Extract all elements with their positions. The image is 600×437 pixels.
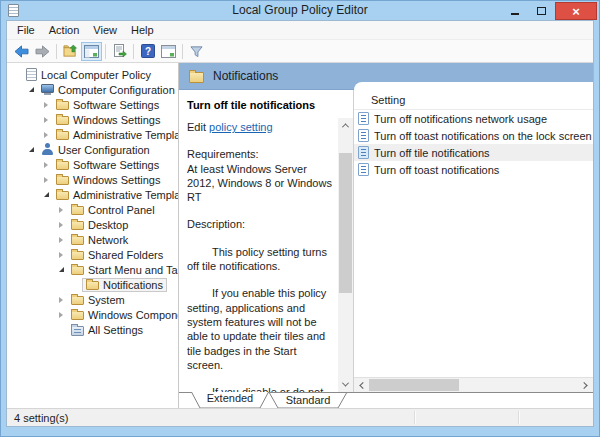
tree-item-administrative-templates[interactable]: Administrative Templates: [52, 188, 179, 202]
tree-item-start-menu-and-taskbar[interactable]: Start Menu and Taskbar: [67, 263, 179, 277]
collapse-arrow-icon[interactable]: [26, 147, 36, 152]
tree-item-administrative-templates[interactable]: Administrative Templates: [52, 128, 179, 142]
tree-item-system[interactable]: System: [67, 293, 129, 307]
description-paragraph: If you enable this policy setting, appli…: [187, 286, 333, 372]
tree-item-desktop[interactable]: Desktop: [67, 218, 132, 232]
tab-standard[interactable]: Standard: [269, 393, 347, 409]
folder-icon: [56, 101, 69, 110]
requirements-label: Requirements:: [187, 147, 333, 161]
folder-icon: [56, 116, 69, 125]
local-group-policy-editor-window: Local Group Policy Editor × FileActionVi…: [0, 0, 600, 437]
new-window-icon[interactable]: [158, 42, 179, 61]
tree-row: Start Menu and Taskbar: [7, 262, 178, 277]
setting-row-turn-off-tile-notifications[interactable]: Turn off tile notifications: [354, 144, 593, 161]
folder-icon: [71, 221, 84, 230]
tree-row: Local Computer Policy: [7, 67, 178, 82]
list-horizontal-scrollbar[interactable]: [354, 377, 593, 392]
expand-arrow-icon[interactable]: [41, 132, 51, 138]
close-button[interactable]: ×: [555, 2, 597, 20]
policy-description-text: Edit policy setting Requirements: At lea…: [179, 118, 338, 392]
tab-extended[interactable]: Extended: [191, 392, 269, 409]
tree-item-windows-settings[interactable]: Windows Settings: [52, 173, 164, 187]
expand-arrow-icon[interactable]: [56, 222, 66, 228]
tree-row: Software Settings: [7, 97, 178, 112]
details-pane: Notifications Turn off tile notification…: [179, 63, 593, 408]
tree-item-computer-configuration[interactable]: Computer Configuration: [37, 83, 179, 97]
expand-arrow-icon[interactable]: [56, 312, 66, 318]
scroll-up-button[interactable]: [338, 118, 353, 133]
tree-item-label: Shared Folders: [88, 249, 163, 261]
back-arrow-icon[interactable]: [11, 42, 32, 61]
menu-help[interactable]: Help: [124, 22, 161, 38]
tree-item-network[interactable]: Network: [67, 233, 132, 247]
expand-arrow-icon[interactable]: [41, 177, 51, 183]
collapse-arrow-icon[interactable]: [41, 192, 51, 197]
scroll-down-button[interactable]: [338, 377, 353, 392]
expand-arrow-icon[interactable]: [56, 207, 66, 213]
setting-row-turn-off-toast-notifications-on-the-lock-screen[interactable]: Turn off toast notifications on the lock…: [354, 127, 593, 144]
tree-item-control-panel[interactable]: Control Panel: [67, 203, 159, 217]
expand-arrow-icon[interactable]: [56, 237, 66, 243]
filter-icon[interactable]: [186, 42, 207, 61]
extended-description-panel: Turn off tile notifications Edit policy …: [179, 90, 354, 392]
tree-item-label: Start Menu and Taskbar: [88, 264, 179, 276]
titlebar[interactable]: Local Group Policy Editor ×: [1, 1, 599, 20]
collapse-arrow-icon[interactable]: [26, 87, 36, 92]
edit-policy-setting-link[interactable]: policy setting: [209, 121, 273, 133]
tree-item-windows-settings[interactable]: Windows Settings: [52, 113, 164, 127]
minimize-button[interactable]: [501, 2, 528, 20]
scrollbar-thumb[interactable]: [369, 379, 459, 391]
tree-item-label: Notifications: [103, 279, 163, 291]
tree-item-notifications[interactable]: Notifications: [82, 278, 167, 292]
list-rounded-cap: [354, 82, 593, 90]
toolbar-separator: [105, 44, 106, 59]
tree-item-all-settings[interactable]: All Settings: [67, 323, 147, 337]
forward-arrow-icon[interactable]: [32, 42, 53, 61]
maximize-button[interactable]: [528, 2, 555, 20]
status-bar: 4 setting(s): [7, 408, 593, 426]
tree-item-software-settings[interactable]: Software Settings: [52, 158, 163, 172]
up-one-level-icon[interactable]: [60, 42, 81, 61]
scrollbar-track[interactable]: [338, 133, 353, 377]
folder-icon: [71, 251, 84, 260]
tree-row: System: [7, 292, 178, 307]
expand-arrow-icon[interactable]: [56, 297, 66, 303]
expand-arrow-icon[interactable]: [41, 117, 51, 123]
show-console-tree-icon[interactable]: [81, 42, 102, 61]
tree-item-windows-components[interactable]: Windows Components: [67, 308, 179, 322]
selected-setting-title: Turn off tile notifications: [179, 90, 353, 118]
folder-icon: [189, 72, 204, 83]
status-segment: [518, 411, 590, 424]
menu-action[interactable]: Action: [42, 22, 87, 38]
expand-arrow-icon[interactable]: [41, 102, 51, 108]
all-settings-icon: [71, 326, 84, 336]
setting-row-turn-off-toast-notifications[interactable]: Turn off toast notifications: [354, 161, 593, 178]
tree-item-software-settings[interactable]: Software Settings: [52, 98, 163, 112]
scrollbar-track[interactable]: [369, 378, 578, 392]
folder-header-title: Notifications: [213, 69, 278, 83]
scroll-right-button[interactable]: [578, 378, 593, 392]
menu-file[interactable]: File: [10, 22, 42, 38]
tree-item-label: Windows Settings: [73, 174, 160, 186]
export-list-icon[interactable]: [109, 42, 130, 61]
collapse-arrow-icon[interactable]: [56, 267, 66, 272]
scrollbar-thumb[interactable]: [339, 153, 352, 293]
setting-column-header[interactable]: Setting: [354, 90, 593, 110]
setting-row-turn-off-notifications-network-usage[interactable]: Turn off notifications network usage: [354, 110, 593, 127]
scroll-left-button[interactable]: [354, 378, 369, 392]
tree-item-local-computer-policy[interactable]: Local Computer Policy: [22, 67, 155, 82]
settings-list: Turn off notifications network usageTurn…: [354, 110, 593, 377]
edit-policy-line: Edit policy setting: [187, 120, 333, 134]
chevron-up-icon: [342, 123, 349, 130]
expand-arrow-icon[interactable]: [56, 252, 66, 258]
tree-item-user-configuration[interactable]: User Configuration: [37, 142, 154, 157]
tree-item-shared-folders[interactable]: Shared Folders: [67, 248, 167, 262]
console-tree-panel: Local Computer PolicyComputer Configurat…: [7, 63, 179, 408]
help-icon[interactable]: ?: [137, 42, 158, 61]
setting-label: Turn off notifications network usage: [374, 113, 547, 125]
tree-item-label: Windows Components: [88, 309, 179, 321]
description-vertical-scrollbar[interactable]: [338, 118, 353, 392]
description-paragraph: This policy setting turns off tile notif…: [187, 245, 333, 274]
expand-arrow-icon[interactable]: [41, 162, 51, 168]
menu-view[interactable]: View: [86, 22, 124, 38]
